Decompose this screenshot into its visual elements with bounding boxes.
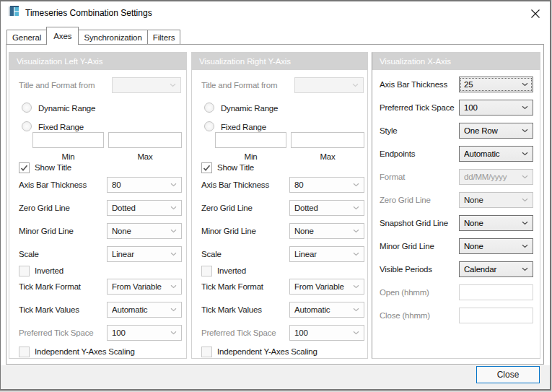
right-y-axis-min-input[interactable] bbox=[215, 132, 286, 148]
x-axis-dropdown-zero-grid-line[interactable]: None bbox=[459, 192, 533, 208]
x-axis-dropdown-axis-bar-thickness[interactable]: 25 bbox=[459, 77, 533, 92]
x-axis-row-close-hhmm: Close (hhmm) bbox=[372, 308, 540, 325]
x-axis-header: Visualization X-Axis bbox=[372, 53, 540, 70]
left-y-axis-dropdown-axis-bar-thickness[interactable]: 80 bbox=[107, 177, 182, 193]
x-axis-dropdown-minor-grid-line[interactable]: None bbox=[459, 238, 533, 254]
x-axis-dropdown-snapshot-grid-line[interactable]: None bbox=[459, 215, 533, 231]
left-y-axis-row-independent-y-axes-scaling: Independent Y-Axes Scaling bbox=[9, 344, 186, 361]
x-axis-dropdown-format[interactable]: dd/MM/yyyy bbox=[459, 169, 533, 185]
label-scale: Scale bbox=[201, 246, 222, 262]
label-preferred-tick-space: Preferred Tick Space bbox=[19, 325, 93, 341]
left-y-axis-dropdown-zero-grid-line[interactable]: Dotted bbox=[107, 200, 182, 216]
tab-strip: GeneralAxesSynchronizationFilters bbox=[6, 27, 180, 45]
label-axis-bar-thickness: Axis Bar Thickness bbox=[19, 177, 87, 193]
tab-filters[interactable]: Filters bbox=[147, 30, 181, 45]
right-y-axis-row-scale: ScaleLinear bbox=[192, 246, 367, 263]
label-minor-grid-line: Minor Grid Line bbox=[380, 238, 434, 254]
right-y-axis-max-input[interactable] bbox=[291, 132, 364, 148]
panel-left-y-axis: Visualization Left Y-AxisTitle and Forma… bbox=[9, 52, 187, 359]
right-y-axis-dropdown-preferred-tick-space[interactable]: 100 bbox=[289, 325, 364, 341]
x-axis-dropdown-preferred-tick-space[interactable]: 100 bbox=[459, 100, 533, 116]
label-title-and-format-from: Title and Format from bbox=[201, 77, 277, 93]
x-axis-dropdown-visible-periods[interactable]: Calendar bbox=[459, 261, 533, 277]
tab-page-axes: Visualization Left Y-AxisTitle and Forma… bbox=[6, 44, 544, 365]
tab-synchronization[interactable]: Synchronization bbox=[78, 30, 147, 45]
left-y-axis-row-tick-mark-values: Tick Mark ValuesAutomatic bbox=[9, 302, 186, 319]
label-axis-bar-thickness: Axis Bar Thickness bbox=[380, 77, 447, 92]
right-y-axis-row-minmax: MinMax bbox=[192, 132, 367, 149]
label-axis-bar-thickness: Axis Bar Thickness bbox=[201, 177, 269, 193]
left-y-axis-row-show-title: Show Title bbox=[9, 160, 186, 177]
right-y-axis-checkbox-independent-y-axes-scaling[interactable] bbox=[201, 347, 212, 357]
right-y-axis-dropdown-title-and-format-from[interactable] bbox=[294, 77, 364, 93]
title-bar: Timeseries Combination Settings bbox=[1, 1, 550, 25]
left-y-axis-dropdown-tick-mark-values[interactable]: Automatic bbox=[107, 302, 182, 318]
right-y-axis-row-tick-mark-format: Tick Mark FormatFrom Variable bbox=[192, 279, 367, 296]
label-dynamic-range: Dynamic Range bbox=[38, 100, 95, 116]
left-y-axis-radio-fixed-range[interactable] bbox=[22, 121, 32, 131]
left-y-axis-checkbox-show-title[interactable] bbox=[19, 162, 30, 173]
label-format: Format bbox=[380, 169, 405, 185]
left-y-axis-row-minor-grid-line: Minor Grid LineNone bbox=[9, 223, 186, 240]
left-y-axis-dropdown-tick-mark-format[interactable]: From Variable bbox=[107, 279, 182, 295]
label-inverted: Inverted bbox=[217, 263, 246, 279]
left-y-axis-dropdown-preferred-tick-space[interactable]: 100 bbox=[107, 325, 182, 341]
label-endpoints: Endpoints bbox=[380, 146, 415, 162]
left-y-axis-min-input[interactable] bbox=[32, 132, 104, 148]
left-y-axis-row-title-and-format-from: Title and Format from bbox=[9, 77, 186, 95]
right-y-axis-radio-dynamic-range[interactable] bbox=[204, 103, 214, 113]
right-y-axis-dropdown-tick-mark-format[interactable]: From Variable bbox=[289, 279, 364, 295]
right-y-axis-dropdown-axis-bar-thickness[interactable]: 80 bbox=[289, 177, 364, 193]
tab-axes[interactable]: Axes bbox=[46, 27, 79, 45]
left-y-axis-checkbox-inverted[interactable] bbox=[19, 266, 30, 276]
right-y-axis-dropdown-scale[interactable]: Linear bbox=[289, 246, 364, 262]
label-scale: Scale bbox=[19, 246, 39, 262]
left-y-axis-checkbox-independent-y-axes-scaling[interactable] bbox=[19, 347, 30, 357]
left-y-axis-row-zero-grid-line: Zero Grid LineDotted bbox=[9, 200, 186, 217]
label-preferred-tick-space: Preferred Tick Space bbox=[380, 100, 454, 116]
right-y-axis-checkbox-show-title[interactable] bbox=[201, 162, 212, 173]
left-y-axis-max-input[interactable] bbox=[108, 132, 182, 148]
tab-general[interactable]: General bbox=[6, 30, 47, 45]
x-axis-dropdown-endpoints[interactable]: Automatic bbox=[459, 146, 533, 162]
left-y-axis-row-axis-bar-thickness: Axis Bar Thickness80 bbox=[9, 177, 186, 194]
x-axis-input-close-hhmm[interactable] bbox=[459, 308, 533, 323]
left-y-axis-header: Visualization Left Y-Axis bbox=[9, 53, 186, 70]
left-y-axis-row-dynamic-range: Dynamic Range bbox=[9, 100, 186, 118]
x-axis-dropdown-style[interactable]: One Row bbox=[459, 123, 533, 139]
label-dynamic-range: Dynamic Range bbox=[221, 100, 278, 116]
label-close-hhmm: Close (hhmm) bbox=[380, 308, 430, 323]
left-y-axis-row-tick-mark-format: Tick Mark FormatFrom Variable bbox=[9, 279, 186, 296]
panel-x-axis: Visualization X-AxisAxis Bar Thickness25… bbox=[372, 52, 540, 359]
close-window-icon[interactable] bbox=[530, 8, 541, 19]
x-axis-row-format: Formatdd/MM/yyyy bbox=[372, 169, 540, 186]
label-show-title: Show Title bbox=[217, 160, 254, 175]
label-title-and-format-from: Title and Format from bbox=[19, 77, 95, 93]
left-y-axis-row-scale: ScaleLinear bbox=[9, 246, 186, 263]
right-y-axis-row-axis-bar-thickness: Axis Bar Thickness80 bbox=[192, 177, 367, 194]
label-independent-y-axes-scaling: Independent Y-Axes Scaling bbox=[35, 344, 135, 360]
right-y-axis-dropdown-zero-grid-line[interactable]: Dotted bbox=[289, 200, 364, 216]
right-y-axis-dropdown-tick-mark-values[interactable]: Automatic bbox=[289, 302, 364, 318]
panel-right-y-axis: Visualization Right Y-AxisTitle and Form… bbox=[191, 52, 368, 359]
right-y-axis-row-tick-mark-values: Tick Mark ValuesAutomatic bbox=[192, 302, 367, 319]
right-y-axis-row-show-title: Show Title bbox=[192, 160, 367, 177]
label-style: Style bbox=[380, 123, 398, 139]
left-y-axis-dropdown-scale[interactable]: Linear bbox=[107, 246, 182, 262]
left-y-axis-row-preferred-tick-space: Preferred Tick Space100 bbox=[9, 325, 186, 342]
right-y-axis-dropdown-minor-grid-line[interactable]: None bbox=[289, 223, 364, 239]
x-axis-input-open-hhmm[interactable] bbox=[459, 284, 533, 300]
right-y-axis-radio-fixed-range[interactable] bbox=[204, 121, 214, 131]
x-axis-row-open-hhmm: Open (hhmm) bbox=[372, 284, 540, 302]
left-y-axis-radio-dynamic-range[interactable] bbox=[22, 103, 32, 113]
x-axis-row-visible-periods: Visible PeriodsCalendar bbox=[372, 261, 540, 279]
label-minor-grid-line: Minor Grid Line bbox=[19, 223, 74, 239]
right-y-axis-checkbox-inverted[interactable] bbox=[201, 266, 212, 276]
label-inverted: Inverted bbox=[35, 263, 63, 279]
dialog-window: Timeseries Combination Settings GeneralA… bbox=[0, 0, 551, 391]
left-y-axis-row-minmax: MinMax bbox=[9, 132, 186, 149]
left-y-axis-dropdown-title-and-format-from[interactable] bbox=[112, 77, 181, 93]
left-y-axis-dropdown-minor-grid-line[interactable]: None bbox=[107, 223, 182, 239]
close-button[interactable]: Close bbox=[476, 366, 540, 383]
right-y-axis-row-preferred-tick-space: Preferred Tick Space100 bbox=[192, 325, 367, 342]
